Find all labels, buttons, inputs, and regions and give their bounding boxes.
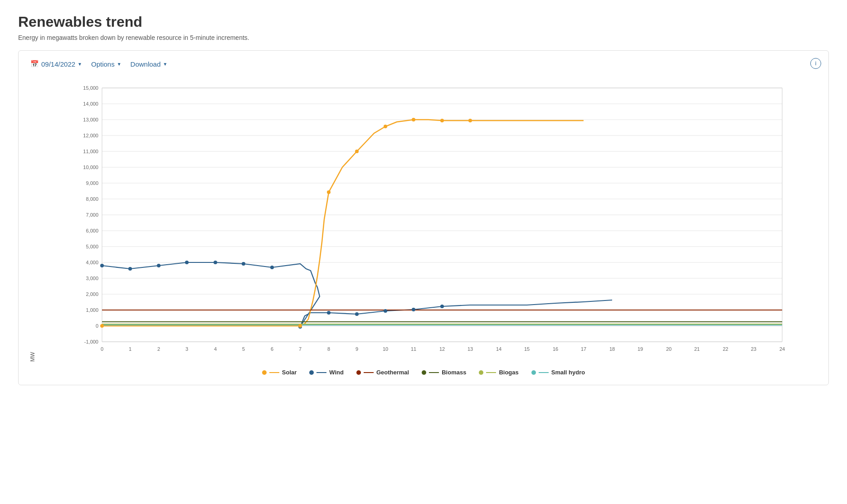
svg-text:8,000: 8,000	[86, 196, 98, 202]
chart-area: MW	[28, 79, 819, 362]
options-label: Options	[91, 60, 115, 68]
svg-point-67	[214, 261, 217, 264]
geothermal-dot	[356, 370, 361, 375]
svg-text:12,000: 12,000	[83, 133, 98, 138]
legend-geothermal: Geothermal	[356, 369, 409, 376]
svg-point-73	[384, 309, 387, 313]
svg-text:0: 0	[96, 323, 98, 329]
svg-text:9: 9	[355, 346, 358, 352]
svg-point-71	[327, 311, 331, 315]
date-chevron-icon: ▼	[78, 62, 82, 67]
biomass-dot	[422, 370, 426, 375]
svg-point-80	[384, 125, 387, 128]
svg-point-78	[327, 190, 331, 194]
page-subtitle: Energy in megawatts broken down by renew…	[18, 34, 829, 41]
options-chevron-icon: ▼	[117, 62, 122, 67]
svg-point-83	[468, 119, 472, 122]
svg-text:1: 1	[129, 346, 131, 352]
svg-point-75	[440, 305, 444, 308]
solar-line	[269, 372, 279, 373]
svg-text:1,000: 1,000	[86, 307, 98, 313]
info-button[interactable]: i	[810, 58, 821, 69]
legend-wind: Wind	[309, 369, 344, 376]
y-axis-label: MW	[28, 79, 36, 362]
svg-point-79	[355, 150, 359, 153]
page-title: Renewables trend	[18, 14, 829, 30]
svg-text:18: 18	[609, 346, 615, 352]
svg-text:4: 4	[214, 346, 217, 352]
svg-text:15: 15	[524, 346, 530, 352]
info-icon: i	[815, 60, 817, 67]
svg-text:16: 16	[553, 346, 558, 352]
download-chevron-icon: ▼	[163, 62, 167, 67]
svg-point-68	[242, 262, 245, 266]
solar-label: Solar	[282, 369, 297, 376]
solar-dot	[262, 370, 267, 375]
svg-text:14: 14	[496, 346, 501, 352]
svg-text:17: 17	[581, 346, 586, 352]
small-hydro-dot	[531, 370, 536, 375]
svg-text:13: 13	[467, 346, 473, 352]
svg-point-82	[440, 119, 444, 122]
svg-point-63	[100, 264, 104, 267]
svg-text:5: 5	[242, 346, 245, 352]
svg-text:6: 6	[271, 346, 273, 352]
svg-text:12: 12	[439, 346, 445, 352]
svg-text:23: 23	[751, 346, 756, 352]
legend-solar: Solar	[262, 369, 297, 376]
svg-point-64	[128, 267, 132, 271]
biogas-label: Biogas	[499, 369, 518, 376]
options-button[interactable]: Options ▼	[88, 58, 124, 70]
svg-text:-1,000: -1,000	[84, 339, 98, 344]
svg-text:15,000: 15,000	[83, 85, 98, 91]
biomass-label: Biomass	[442, 369, 466, 376]
svg-text:2,000: 2,000	[86, 291, 98, 297]
svg-text:5,000: 5,000	[86, 244, 98, 249]
svg-point-77	[298, 324, 302, 328]
small-hydro-label: Small hydro	[551, 369, 585, 376]
chart-inner: MW	[28, 79, 819, 362]
svg-text:19: 19	[638, 346, 643, 352]
svg-text:21: 21	[694, 346, 700, 352]
svg-text:2: 2	[157, 346, 160, 352]
svg-text:6,000: 6,000	[86, 228, 98, 233]
legend-biogas: Biogas	[479, 369, 518, 376]
svg-text:11,000: 11,000	[83, 149, 98, 154]
calendar-icon: 📅	[30, 60, 39, 68]
svg-text:14,000: 14,000	[83, 101, 98, 107]
svg-point-66	[185, 261, 189, 264]
geothermal-label: Geothermal	[376, 369, 409, 376]
svg-text:4,000: 4,000	[86, 260, 98, 265]
wind-label: Wind	[329, 369, 344, 376]
toolbar: 📅 09/14/2022 ▼ Options ▼ Download ▼	[28, 58, 819, 70]
svg-point-76	[100, 324, 104, 328]
date-picker-button[interactable]: 📅 09/14/2022 ▼	[28, 58, 85, 70]
svg-point-74	[412, 308, 415, 311]
legend-small-hydro: Small hydro	[531, 369, 585, 376]
svg-text:13,000: 13,000	[83, 117, 98, 122]
svg-text:22: 22	[723, 346, 728, 352]
legend-biomass: Biomass	[422, 369, 466, 376]
chart-svg-area: 15,000 14,000 13,000 12,000 11,000 10,00…	[38, 79, 819, 362]
download-label: Download	[131, 60, 161, 68]
small-hydro-line	[539, 372, 549, 373]
chart-container: 📅 09/14/2022 ▼ Options ▼ Download ▼ i MW	[18, 50, 829, 385]
biogas-dot	[479, 370, 483, 375]
svg-text:24: 24	[779, 346, 785, 352]
svg-text:10: 10	[383, 346, 388, 352]
svg-text:8: 8	[327, 346, 330, 352]
svg-point-72	[355, 312, 359, 316]
svg-text:11: 11	[411, 346, 416, 352]
svg-text:20: 20	[666, 346, 672, 352]
svg-text:10,000: 10,000	[83, 165, 98, 170]
geothermal-line	[364, 372, 374, 373]
svg-text:7: 7	[299, 346, 302, 352]
svg-point-81	[412, 118, 415, 121]
chart-legend: Solar Wind Geothermal Biomass Biogas Sma…	[28, 369, 819, 376]
biogas-line	[486, 372, 496, 373]
svg-text:9,000: 9,000	[86, 180, 98, 186]
wind-dot	[309, 370, 314, 375]
svg-text:3,000: 3,000	[86, 276, 98, 281]
svg-point-69	[270, 266, 274, 269]
download-button[interactable]: Download ▼	[128, 58, 170, 70]
